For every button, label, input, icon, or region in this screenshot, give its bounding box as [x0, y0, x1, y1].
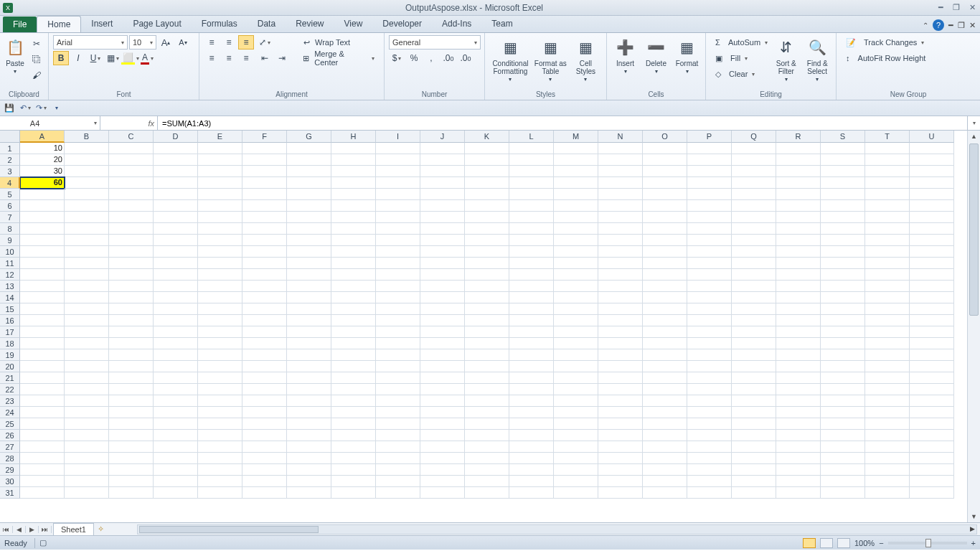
sort-filter-button[interactable]: ⇵Sort & Filter▾ — [772, 35, 801, 83]
cell[interactable] — [331, 258, 376, 269]
orientation-icon[interactable]: ⤢ — [257, 35, 273, 50]
cell[interactable] — [776, 292, 821, 303]
cell[interactable] — [687, 189, 732, 200]
cell[interactable] — [554, 453, 598, 464]
cell[interactable] — [776, 407, 821, 418]
cell[interactable] — [509, 476, 554, 487]
column-header[interactable]: T — [865, 131, 910, 143]
align-center-icon[interactable]: ≡ — [221, 51, 237, 65]
cell[interactable] — [865, 441, 910, 453]
cell[interactable] — [65, 453, 109, 464]
cell[interactable] — [465, 166, 509, 177]
cell[interactable] — [554, 212, 598, 223]
cell[interactable] — [687, 303, 732, 315]
cell[interactable] — [376, 154, 420, 166]
cell[interactable] — [732, 143, 776, 154]
cell[interactable] — [287, 166, 331, 177]
column-header[interactable]: C — [109, 131, 154, 143]
cell[interactable] — [20, 487, 65, 499]
cell[interactable] — [554, 361, 598, 372]
cell[interactable] — [20, 384, 65, 395]
cell[interactable] — [65, 326, 109, 338]
row-header[interactable]: 5 — [0, 189, 20, 200]
scroll-down-icon[interactable]: ▼ — [968, 511, 980, 522]
cell[interactable]: 60 — [20, 177, 65, 189]
zoom-in-icon[interactable]: + — [971, 539, 976, 547]
cell[interactable] — [687, 258, 732, 269]
cell[interactable] — [376, 292, 420, 303]
cell[interactable] — [910, 349, 954, 361]
row-header[interactable]: 10 — [0, 246, 20, 258]
cell[interactable] — [420, 441, 465, 453]
cell[interactable] — [376, 235, 420, 246]
cell[interactable] — [420, 430, 465, 441]
cell[interactable] — [198, 349, 242, 361]
cell[interactable] — [109, 269, 154, 281]
cell[interactable] — [65, 395, 109, 407]
cell[interactable] — [732, 166, 776, 177]
row-header[interactable]: 24 — [0, 407, 20, 418]
cell[interactable] — [109, 326, 154, 338]
cell[interactable] — [20, 395, 65, 407]
window-restore-icon[interactable]: ❐ — [958, 21, 965, 30]
cell[interactable] — [287, 372, 331, 384]
delete-button[interactable]: ➖Delete▾ — [642, 35, 670, 75]
cell[interactable] — [65, 315, 109, 326]
cell[interactable] — [287, 407, 331, 418]
cell[interactable] — [65, 246, 109, 258]
cell[interactable] — [154, 235, 198, 246]
cell[interactable] — [420, 154, 465, 166]
decrease-indent-icon[interactable]: ⇤ — [257, 51, 273, 65]
cell[interactable] — [287, 476, 331, 487]
cell[interactable] — [598, 177, 643, 189]
cell[interactable] — [687, 315, 732, 326]
select-all-corner[interactable] — [0, 131, 20, 143]
cell[interactable] — [331, 326, 376, 338]
cell[interactable] — [643, 430, 687, 441]
cell[interactable] — [732, 464, 776, 476]
row-header[interactable]: 20 — [0, 361, 20, 372]
font-name-combo[interactable]: Arial▾ — [53, 35, 128, 50]
cell[interactable] — [465, 430, 509, 441]
cell[interactable] — [687, 338, 732, 349]
cell[interactable] — [643, 338, 687, 349]
row-header[interactable]: 12 — [0, 269, 20, 281]
cell[interactable] — [598, 487, 643, 499]
cell[interactable] — [509, 372, 554, 384]
cell[interactable] — [109, 395, 154, 407]
cell[interactable] — [242, 407, 287, 418]
cell[interactable] — [465, 258, 509, 269]
cell[interactable] — [420, 143, 465, 154]
page-layout-view-icon[interactable] — [820, 538, 833, 548]
cell[interactable] — [154, 292, 198, 303]
cell[interactable] — [154, 258, 198, 269]
row-header[interactable]: 25 — [0, 418, 20, 430]
cell[interactable] — [242, 326, 287, 338]
cell[interactable] — [198, 292, 242, 303]
cell[interactable] — [65, 464, 109, 476]
cell[interactable] — [198, 372, 242, 384]
conditional-formatting-button[interactable]: ▦ Conditional Formatting▾ — [489, 35, 532, 83]
cell[interactable] — [598, 258, 643, 269]
decrease-decimal-icon[interactable]: .00 — [458, 51, 473, 65]
cell[interactable] — [154, 464, 198, 476]
row-header[interactable]: 28 — [0, 453, 20, 464]
insert-button[interactable]: ➕Insert▾ — [611, 35, 639, 75]
cell[interactable] — [20, 303, 65, 315]
align-middle-icon[interactable]: ≡ — [221, 35, 237, 50]
cell[interactable] — [420, 281, 465, 292]
cell[interactable] — [776, 338, 821, 349]
cell[interactable] — [732, 246, 776, 258]
cell[interactable] — [865, 212, 910, 223]
cell[interactable] — [776, 177, 821, 189]
shrink-font-icon[interactable]: A▾ — [175, 35, 191, 50]
cell[interactable] — [821, 418, 865, 430]
cell[interactable] — [687, 143, 732, 154]
cell[interactable] — [687, 395, 732, 407]
cell[interactable] — [287, 430, 331, 441]
cell[interactable] — [465, 303, 509, 315]
cell[interactable] — [732, 258, 776, 269]
cell[interactable] — [420, 407, 465, 418]
cell[interactable] — [910, 269, 954, 281]
cell[interactable] — [598, 326, 643, 338]
